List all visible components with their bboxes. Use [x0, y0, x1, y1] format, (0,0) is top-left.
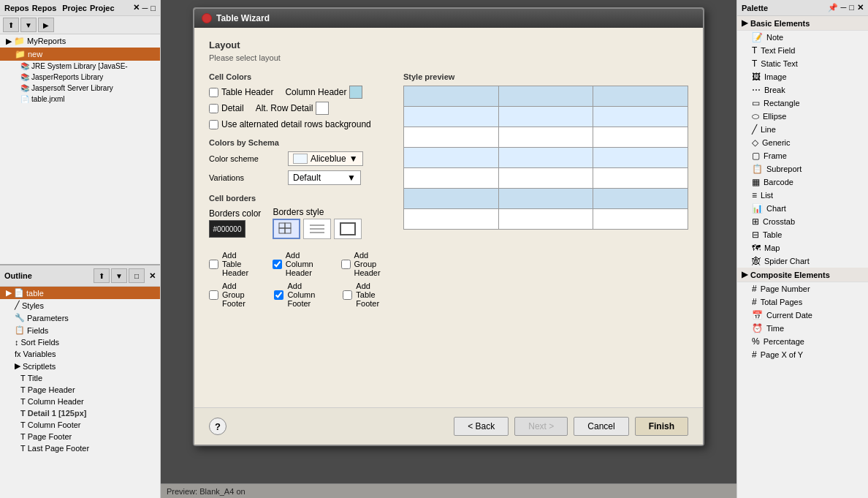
palette-item-note[interactable]: 📝Note [737, 31, 868, 44]
outline-column-footer[interactable]: TColumn Footer [0, 419, 160, 431]
outline-variables[interactable]: fxVariables [0, 348, 160, 360]
panel-close[interactable]: ✕ [133, 3, 140, 12]
outline-column-header[interactable]: TColumn Header [0, 396, 160, 407]
palette-item-label: Crosstab [763, 217, 795, 226]
border-style-box[interactable] [334, 219, 362, 239]
outline-sort-fields[interactable]: ↕Sort Fields [0, 336, 160, 348]
outline-fields[interactable]: 📋Fields [0, 324, 160, 336]
detail-checkbox[interactable] [209, 104, 218, 113]
project-tab[interactable]: Projec [62, 4, 87, 12]
add-table-footer-checkbox[interactable] [343, 290, 352, 300]
add-table-header-checkbox[interactable] [209, 260, 218, 269]
palette-item-spider-chart[interactable]: 🕸Spider Chart [737, 254, 868, 268]
palette-item-barcode[interactable]: ▦Barcode [737, 176, 868, 189]
palette-item-line[interactable]: ╱Line [737, 123, 868, 136]
add-table-header-item: Add Table Header [209, 251, 255, 277]
border-style-grid[interactable] [273, 219, 300, 239]
palette-header: Palette 📌 ─ □ ✕ [737, 0, 868, 16]
use-alternating-checkbox[interactable] [209, 120, 218, 129]
tree-item-myreports[interactable]: ▶📁 MyReports [0, 34, 160, 48]
colors-by-schema-title: Colors by Schema [209, 138, 389, 147]
outline-styles[interactable]: ╱Styles [0, 299, 160, 312]
composite-item-time[interactable]: ⏰Time [737, 322, 868, 335]
border-color-box[interactable]: #000000 [209, 220, 245, 238]
add-column-footer-checkbox[interactable] [274, 290, 283, 300]
palette-item-map[interactable]: 🗺Map [737, 241, 868, 254]
help-button[interactable]: ? [209, 418, 226, 435]
dialog-close-btn[interactable] [202, 13, 212, 23]
panel-max[interactable]: □ [151, 4, 156, 12]
column-header-swatch[interactable] [349, 86, 362, 99]
finish-button[interactable]: Finish [635, 417, 688, 436]
outline-table[interactable]: ▶📄 table [0, 287, 160, 299]
outline-title[interactable]: TTitle [0, 372, 160, 384]
outline-btn-3[interactable]: □ [129, 268, 145, 283]
outline-parameters[interactable]: 🔧Parameters [0, 312, 160, 324]
tree-item-server[interactable]: 📚 Jaspersoft Server Library [0, 83, 160, 94]
add-group-footer-checkbox[interactable] [209, 290, 218, 300]
alt-row-swatch[interactable] [316, 102, 329, 115]
palette-item-ellipse[interactable]: ⬭Ellipse [737, 110, 868, 123]
panel-min[interactable]: ─ [142, 4, 148, 12]
next-button[interactable]: Next > [514, 417, 568, 436]
cancel-button[interactable]: Cancel [574, 417, 628, 436]
composite-item-percentage[interactable]: %Percentage [737, 335, 868, 348]
toolbar-btn-1[interactable]: ⬆ [3, 18, 19, 32]
toolbar-btn-2[interactable]: ▼ [20, 18, 37, 32]
table-header-checkbox[interactable] [209, 88, 218, 97]
repos-tab[interactable]: Repos [4, 4, 29, 12]
palette-max[interactable]: □ [849, 3, 854, 12]
variations-select[interactable]: Default ▼ [288, 170, 361, 185]
preview-detail-3 [593, 127, 688, 148]
preview-last-2 [498, 209, 593, 230]
repos-tab-label[interactable]: Repos [32, 4, 57, 12]
composite-item-page-x-of-y[interactable]: #Page X of Y [737, 348, 868, 361]
palette-item-image[interactable]: 🖼Image [737, 70, 868, 83]
tree-item-jasper[interactable]: 📚 JasperReports Library [0, 72, 160, 83]
outline-scriptlets[interactable]: ▶Scriptlets [0, 360, 160, 372]
palette-close[interactable]: ✕ [857, 3, 864, 12]
outline-detail[interactable]: TDetail 1 [125px] [0, 407, 160, 419]
palette-item-icon: ▦ [752, 177, 760, 187]
palette-item-chart[interactable]: 📊Chart [737, 202, 868, 215]
palette-item-generic[interactable]: ◇Generic [737, 136, 868, 149]
composite-item-total-pages[interactable]: #Total Pages [737, 295, 868, 309]
palette-item-table[interactable]: ⊟Table [737, 228, 868, 241]
palette-item-frame[interactable]: ▢Frame [737, 149, 868, 162]
palette-item-subreport[interactable]: 📋Subreport [737, 162, 868, 176]
outline-page-footer[interactable]: TPage Footer [0, 431, 160, 442]
composite-item-current-date[interactable]: 📅Current Date [737, 309, 868, 322]
add-column-header-checkbox[interactable] [273, 260, 282, 269]
outline-btn-1[interactable]: ⬆ [94, 268, 110, 283]
outline-btn-2[interactable]: ▼ [111, 268, 127, 283]
tree-item-new[interactable]: 📁 new [0, 48, 160, 61]
toolbar-btn-3[interactable]: ▶ [38, 18, 54, 32]
border-box-icon [339, 222, 357, 236]
palette-item-icon: ⊞ [752, 216, 759, 227]
add-group-header-checkbox[interactable] [341, 260, 351, 269]
preview-detail-row-3 [404, 148, 688, 168]
palette-item-list[interactable]: ≡List [737, 189, 868, 202]
palette-pin[interactable]: 📌 [828, 3, 838, 12]
outline-last-page-footer[interactable]: TLast Page Footer [0, 442, 160, 454]
palette-item-static-text[interactable]: TStatic Text [737, 57, 868, 70]
border-style-rows[interactable] [303, 219, 331, 239]
back-button[interactable]: < Back [454, 417, 509, 436]
expand-icon: ▶ [742, 18, 747, 28]
color-scheme-select[interactable]: Aliceblue ▼ [288, 151, 363, 166]
tree-item-table[interactable]: 📄 table.jrxml [0, 94, 160, 105]
palette-item-break[interactable]: ⋯Break [737, 83, 868, 97]
project-tab-label[interactable]: Projec [90, 4, 115, 12]
palette-item-text-field[interactable]: TText Field [737, 44, 868, 57]
palette-item-rectangle[interactable]: ▭Rectangle [737, 97, 868, 110]
outline-page-header[interactable]: TPage Header [0, 384, 160, 396]
color-scheme-arrow: ▼ [349, 154, 358, 164]
outline-close[interactable]: ✕ [149, 271, 156, 281]
palette-min[interactable]: ─ [841, 3, 847, 12]
tree-item-jre[interactable]: 📚 JRE System Library [JavaSE- [0, 61, 160, 72]
detail-label: Detail [221, 103, 244, 113]
composite-item-page-number[interactable]: #Page Number [737, 282, 868, 295]
preview-detail-2 [498, 127, 593, 148]
svg-rect-7 [340, 223, 355, 235]
palette-item-crosstab[interactable]: ⊞Crosstab [737, 215, 868, 228]
